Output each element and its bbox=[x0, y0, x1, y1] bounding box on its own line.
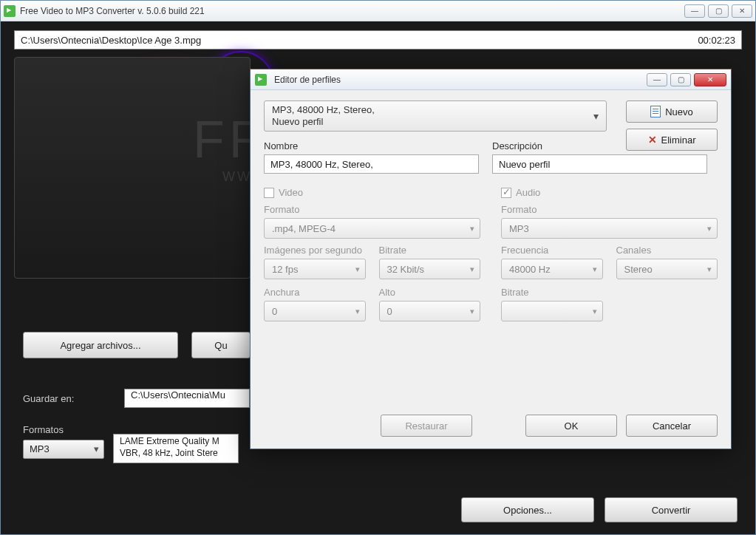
frequency-select[interactable]: 48000 Hz bbox=[501, 259, 603, 279]
maximize-button[interactable]: ▢ bbox=[708, 4, 729, 18]
file-bar: C:\Users\Ontecnia\Desktop\Ice Age 3.mpg … bbox=[14, 30, 742, 50]
preview-watermark-sub: WW bbox=[222, 169, 252, 185]
height-label: Alto bbox=[379, 287, 481, 298]
dialog-minimize-button[interactable]: — bbox=[647, 73, 667, 86]
options-button[interactable]: Opciones... bbox=[461, 497, 594, 522]
format-select[interactable]: MP3 bbox=[23, 440, 104, 459]
dialog-side-buttons: Nuevo ✕ Eliminar bbox=[626, 100, 718, 151]
audio-format-select[interactable]: MP3 bbox=[501, 218, 718, 239]
channels-label: Canales bbox=[616, 245, 718, 256]
save-path-field[interactable]: C:\Users\Ontecnia\Mu bbox=[124, 389, 250, 408]
save-in-label: Guardar en: bbox=[23, 393, 115, 404]
video-format-label: Formato bbox=[264, 204, 480, 215]
remove-button[interactable]: Qu bbox=[191, 332, 251, 358]
delete-profile-button[interactable]: ✕ Eliminar bbox=[626, 129, 718, 151]
audio-bitrate-select[interactable] bbox=[501, 301, 603, 321]
document-icon bbox=[650, 106, 661, 117]
dialog-titlebar: Editor de perfiles — ▢ ✕ bbox=[251, 69, 731, 90]
dialog-close-button[interactable]: ✕ bbox=[694, 73, 726, 86]
formats-label: Formatos bbox=[23, 424, 104, 435]
width-label: Anchura bbox=[264, 287, 366, 298]
video-format-select[interactable]: .mp4, MPEG-4 bbox=[264, 218, 480, 239]
width-select[interactable]: 0 bbox=[264, 301, 366, 321]
cancel-button[interactable]: Cancelar bbox=[626, 415, 718, 437]
audio-checkbox[interactable] bbox=[501, 188, 511, 198]
app-icon bbox=[4, 5, 16, 17]
close-button[interactable]: ✕ bbox=[732, 4, 752, 18]
fps-label: Imágenes por segundo bbox=[264, 245, 366, 256]
name-label: Nombre bbox=[264, 140, 479, 151]
dialog-title: Editor de perfiles bbox=[274, 75, 647, 85]
save-in-row: Guardar en: C:\Users\Ontecnia\Mu bbox=[23, 389, 250, 408]
quality-field[interactable]: LAME Extreme Quality M VBR, 48 kHz, Join… bbox=[113, 434, 239, 463]
video-bitrate-select[interactable]: 32 Kbit/s bbox=[379, 259, 481, 279]
audio-section-label: Audio bbox=[516, 187, 540, 198]
ok-button[interactable]: OK bbox=[525, 415, 617, 437]
dialog-window-controls: — ▢ ✕ bbox=[647, 73, 726, 86]
file-path: C:\Users\Ontecnia\Desktop\Ice Age 3.mpg bbox=[21, 35, 698, 46]
new-profile-button[interactable]: Nuevo bbox=[626, 100, 718, 123]
video-audio-sections: Video Formato .mp4, MPEG-4 Imágenes por … bbox=[264, 177, 718, 321]
frequency-label: Frecuencia bbox=[501, 245, 603, 256]
video-section-label: Video bbox=[279, 187, 303, 198]
height-select[interactable]: 0 bbox=[379, 301, 481, 321]
bottom-buttons: Opciones... Convertir bbox=[461, 497, 738, 522]
action-buttons-row: Agregar archivos... Qu bbox=[23, 332, 251, 358]
minimize-button[interactable]: — bbox=[684, 4, 705, 18]
formats-row: Formatos MP3 LAME Extreme Quality M VBR,… bbox=[23, 419, 239, 463]
dialog-body: MP3, 48000 Hz, Stereo, Nuevo perfil Nuev… bbox=[251, 90, 731, 449]
fps-select[interactable]: 12 fps bbox=[264, 259, 366, 279]
main-title: Free Video to MP3 Converter v. 5.0.6 bui… bbox=[20, 6, 684, 16]
dialog-maximize-button[interactable]: ▢ bbox=[670, 73, 691, 86]
main-titlebar: Free Video to MP3 Converter v. 5.0.6 bui… bbox=[1, 1, 755, 21]
channels-select[interactable]: Stereo bbox=[616, 259, 718, 279]
description-input[interactable] bbox=[492, 154, 707, 174]
video-section: Video Formato .mp4, MPEG-4 Imágenes por … bbox=[264, 177, 480, 321]
video-bitrate-label: Bitrate bbox=[379, 245, 481, 256]
file-duration: 00:02:23 bbox=[698, 35, 735, 46]
profile-select[interactable]: MP3, 48000 Hz, Stereo, Nuevo perfil bbox=[264, 100, 607, 132]
audio-section: Audio Formato MP3 Frecuencia 48000 Hz Ca… bbox=[501, 177, 718, 321]
add-files-button[interactable]: Agregar archivos... bbox=[23, 332, 178, 358]
dialog-footer: OK Cancelar bbox=[264, 415, 718, 437]
audio-bitrate-label: Bitrate bbox=[501, 287, 603, 298]
dialog-app-icon bbox=[255, 74, 267, 86]
delete-x-icon: ✕ bbox=[648, 134, 657, 146]
audio-format-label: Formato bbox=[501, 204, 718, 215]
convert-button[interactable]: Convertir bbox=[605, 497, 738, 522]
name-input[interactable] bbox=[264, 154, 479, 174]
profile-editor-dialog: Editor de perfiles — ▢ ✕ MP3, 48000 Hz, … bbox=[250, 69, 732, 449]
video-checkbox[interactable] bbox=[264, 188, 274, 198]
main-window-controls: — ▢ ✕ bbox=[684, 4, 752, 18]
